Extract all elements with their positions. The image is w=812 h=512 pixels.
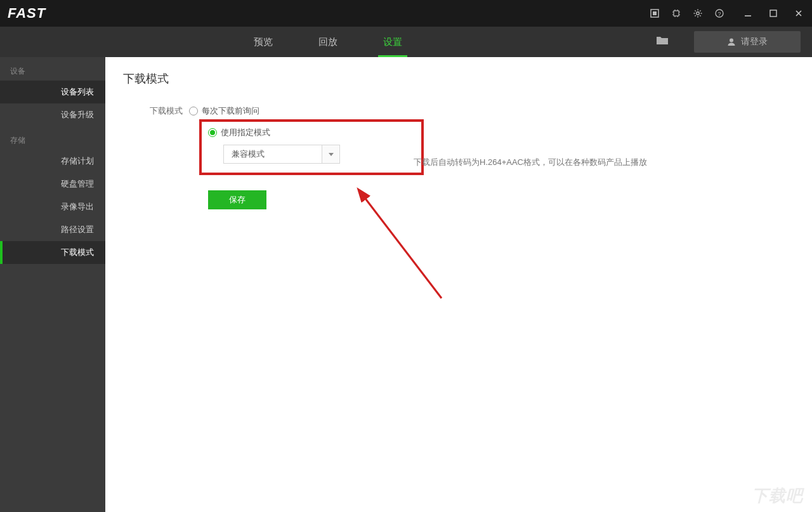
sidebar-group-storage: 存储 [0, 126, 105, 150]
screenshot-icon[interactable] [648, 7, 661, 20]
gear-icon[interactable] [691, 7, 704, 20]
chevron-down-icon [329, 153, 334, 156]
user-icon [727, 37, 736, 46]
svg-rect-1 [653, 11, 657, 15]
close-button[interactable] [793, 8, 804, 19]
mode-select[interactable]: 兼容模式 [223, 145, 322, 164]
window-controls [742, 8, 804, 19]
titlebar: FAST ? [0, 0, 812, 27]
sidebar-item-disk-manage[interactable]: 硬盘管理 [0, 173, 105, 195]
mode-select-value: 兼容模式 [232, 148, 265, 160]
radio-specified-label: 使用指定模式 [221, 127, 270, 138]
app-logo: FAST [8, 5, 46, 22]
radio-use-specified[interactable]: 使用指定模式 [208, 127, 415, 138]
radio-icon [208, 128, 217, 137]
help-icon[interactable]: ? [713, 7, 726, 20]
svg-text:?: ? [717, 11, 721, 17]
chip-icon[interactable] [670, 7, 683, 20]
maximize-button[interactable] [768, 8, 779, 19]
svg-rect-2 [674, 11, 679, 16]
folder-icon[interactable] [656, 36, 669, 48]
annotation-arrow [346, 171, 461, 311]
sidebar-group-device: 设备 [0, 57, 105, 81]
annotation-highlight-box: 使用指定模式 兼容模式 [199, 119, 424, 175]
form-label-download-mode: 下载模式 [142, 105, 183, 117]
sidebar-item-record-export[interactable]: 录像导出 [0, 195, 105, 218]
tab-playback[interactable]: 回放 [316, 27, 340, 57]
top-nav: 预览 回放 设置 请登录 [0, 27, 812, 57]
radio-ask-label: 每次下载前询问 [202, 105, 259, 117]
svg-line-9 [359, 190, 442, 298]
mode-select-caret[interactable] [322, 145, 340, 164]
svg-rect-6 [770, 10, 776, 16]
sidebar-item-storage-plan[interactable]: 存储计划 [0, 150, 105, 173]
sidebar-item-path-setting[interactable]: 路径设置 [0, 218, 105, 241]
save-button[interactable]: 保存 [208, 190, 266, 209]
sidebar-item-download-mode[interactable]: 下载模式 [0, 241, 105, 264]
titlebar-tool-icons: ? [648, 7, 726, 20]
login-button[interactable]: 请登录 [694, 31, 801, 53]
svg-point-7 [730, 39, 733, 43]
sidebar-item-device-upgrade[interactable]: 设备升级 [0, 103, 105, 126]
sidebar-item-device-list[interactable]: 设备列表 [0, 81, 105, 103]
tab-settings[interactable]: 设置 [381, 27, 405, 57]
sidebar: 设备 设备列表 设备升级 存储 存储计划 硬盘管理 录像导出 路径设置 下载模式 [0, 57, 105, 512]
page-title: 下载模式 [123, 71, 794, 86]
login-label: 请登录 [741, 36, 768, 48]
minimize-button[interactable] [742, 8, 754, 19]
download-mode-row: 下载模式 每次下载前询问 [142, 105, 794, 117]
svg-point-3 [697, 12, 699, 15]
watermark: 下载吧 [752, 485, 803, 507]
radio-icon [189, 107, 198, 115]
content-area: 下载模式 下载模式 每次下载前询问 使用指定模式 兼容模式 下载后自动 [105, 57, 812, 512]
radio-ask-every-time[interactable]: 每次下载前询问 [189, 105, 259, 117]
tab-preview[interactable]: 预览 [251, 27, 275, 57]
mode-hint-text: 下载后自动转码为H.264+AAC格式，可以在各种数码产品上播放 [414, 157, 647, 168]
